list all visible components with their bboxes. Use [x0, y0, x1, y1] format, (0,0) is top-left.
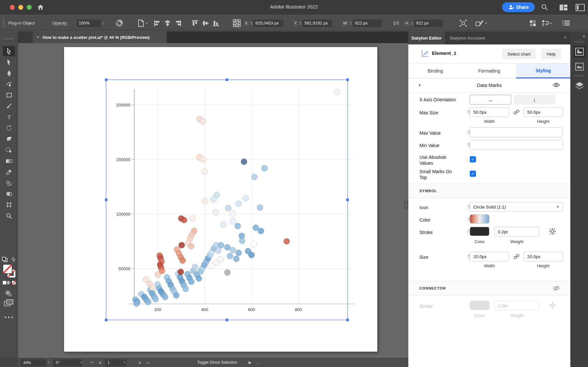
- icon-dropdown[interactable]: Circle Solid (1:1) ▼: [470, 202, 563, 212]
- x-label[interactable]: X:: [245, 21, 249, 26]
- eraser-tool-icon[interactable]: [3, 134, 15, 144]
- h-label[interactable]: H:: [405, 21, 409, 26]
- orientation-vertical-button[interactable]: ↕: [514, 95, 555, 105]
- workspace-grid-icon[interactable]: [529, 15, 536, 31]
- x-stepper[interactable]: ▴▾: [251, 21, 252, 25]
- pen-tool-icon[interactable]: [3, 68, 15, 78]
- max-value-field[interactable]: [470, 127, 563, 137]
- shape-properties-icon[interactable]: ▾: [475, 15, 487, 31]
- h-value-field[interactable]: 922 px: [414, 19, 444, 27]
- document-setup-icon[interactable]: ▾: [137, 15, 148, 31]
- search-icon[interactable]: [541, 3, 548, 12]
- stroke-color-swatch[interactable]: [470, 227, 489, 236]
- link-icon[interactable]: [514, 254, 519, 261]
- shaper-tool-icon[interactable]: [3, 145, 15, 155]
- rotation-dropdown-icon[interactable]: ▾: [81, 361, 82, 364]
- zoom-level-field[interactable]: 44%: [21, 359, 46, 366]
- direct-selection-tool-icon[interactable]: [3, 57, 15, 67]
- gradient-tool-icon[interactable]: [3, 156, 15, 166]
- align-bottom-icon[interactable]: [212, 15, 220, 31]
- swap-fill-stroke-icon[interactable]: [11, 257, 16, 263]
- more-tools-icon[interactable]: [4, 314, 14, 320]
- visibility-eye-icon[interactable]: [553, 82, 560, 89]
- stroke-weight-field[interactable]: 0.2pt: [494, 227, 539, 237]
- align-left-icon[interactable]: [154, 15, 161, 31]
- x-value-field[interactable]: 625,0453 px: [253, 19, 284, 27]
- y-value-field[interactable]: 581,9191 px: [302, 19, 333, 27]
- toolbar-grip[interactable]: [4, 38, 14, 40]
- snap-options-icon[interactable]: ▾: [542, 15, 552, 31]
- small-marks-checkbox[interactable]: ✓: [470, 171, 476, 177]
- dock-libraries-icon[interactable]: [573, 46, 586, 58]
- close-tab-icon[interactable]: ×: [37, 35, 39, 40]
- size-height-field[interactable]: 20.0px: [524, 252, 563, 261]
- tab-binding[interactable]: Binding: [408, 63, 462, 78]
- screen-mode-icon[interactable]: [4, 299, 14, 309]
- tab-formatting[interactable]: Formatting: [462, 63, 516, 78]
- controlbar-grip[interactable]: [3, 19, 5, 27]
- link-icon[interactable]: [514, 109, 519, 116]
- connector-stroke-swatch[interactable]: [470, 301, 489, 310]
- align-center-icon[interactable]: [164, 15, 171, 31]
- color-wheel-icon[interactable]: [115, 15, 123, 31]
- workspace-icon[interactable]: [559, 4, 568, 12]
- page-number-field[interactable]: 1: [105, 359, 126, 366]
- use-absolute-checkbox[interactable]: ✓: [470, 156, 476, 162]
- tab-datylon-editor[interactable]: Datylon Editor: [408, 31, 445, 44]
- transform-icon[interactable]: [459, 15, 467, 31]
- canvas-area[interactable]: 50000100000150000200000200400600800 ›: [18, 43, 408, 358]
- orientation-horizontal-button[interactable]: ↔: [470, 95, 511, 105]
- color-type-buttons[interactable]: [3, 280, 16, 287]
- y-stepper[interactable]: ▴▾: [300, 21, 301, 25]
- shape-builder-tool-icon[interactable]: [3, 189, 15, 199]
- zoom-dropdown-icon[interactable]: ▾: [48, 361, 49, 364]
- help-button[interactable]: Help: [541, 49, 561, 59]
- page-dropdown-icon[interactable]: ▾: [124, 361, 125, 364]
- status-chevron-icon[interactable]: ‹: [257, 360, 259, 366]
- select-chart-button[interactable]: Select chart: [502, 49, 536, 59]
- status-play-icon[interactable]: ▶: [249, 360, 252, 365]
- h-stepper[interactable]: ▴▾: [411, 21, 413, 25]
- share-button[interactable]: Share: [502, 2, 535, 12]
- dock-collapse-icon[interactable]: «: [583, 34, 585, 39]
- size-width-field[interactable]: 20.0px: [470, 252, 509, 261]
- visibility-off-icon[interactable]: [553, 285, 560, 292]
- panel-layout-icon[interactable]: [576, 4, 585, 12]
- panel-collapse-chevron[interactable]: ›: [404, 201, 408, 209]
- menu-list-icon[interactable]: [563, 15, 570, 31]
- draw-mode-icon[interactable]: [5, 290, 13, 299]
- opacity-value-field[interactable]: 100%: [76, 19, 102, 27]
- align-right-icon[interactable]: [174, 15, 182, 31]
- artboard-tool-icon[interactable]: [3, 200, 15, 210]
- blend-tool-icon[interactable]: [3, 178, 15, 188]
- first-page-icon[interactable]: ⏮: [90, 360, 94, 365]
- opacity-label[interactable]: Opacity:: [52, 21, 68, 26]
- max-size-height-field[interactable]: 50.0px: [524, 107, 563, 117]
- connector-weight-field[interactable]: 1.0pt: [494, 301, 539, 310]
- w-value-field[interactable]: 922 px: [352, 19, 382, 27]
- tab-styling[interactable]: Styling: [516, 63, 570, 78]
- mini-fill-stroke-icon[interactable]: [2, 257, 9, 264]
- panel-more-icon[interactable]: »: [564, 35, 566, 40]
- rotate-tool-icon[interactable]: [3, 123, 15, 133]
- align-vcenter-icon[interactable]: [202, 15, 209, 31]
- tab-datylon-account[interactable]: Datylon Account: [445, 31, 490, 44]
- scatter-chart[interactable]: 50000100000150000200000200400600800: [18, 43, 408, 358]
- w-stepper[interactable]: ▴▾: [350, 21, 351, 25]
- symbol-section-header[interactable]: SYMBOL: [408, 184, 570, 198]
- rotation-field[interactable]: 0°: [53, 359, 82, 366]
- align-top-icon[interactable]: [191, 15, 199, 31]
- w-label[interactable]: W:: [343, 21, 348, 26]
- min-value-field[interactable]: [470, 140, 563, 150]
- connector-section-header[interactable]: CONNECTOR: [408, 281, 570, 295]
- dock-layers-icon[interactable]: [573, 80, 586, 92]
- next-page-icon[interactable]: ▶: [139, 360, 142, 365]
- color-gradient-swatch[interactable]: [470, 214, 489, 224]
- paintbrush-tool-icon[interactable]: [3, 101, 15, 111]
- zoom-tool-icon[interactable]: [3, 211, 15, 221]
- connector-gear-icon[interactable]: [549, 302, 556, 310]
- max-size-width-field[interactable]: 50.0px: [470, 107, 509, 117]
- document-tab[interactable]: × How to make a scatter plot.ai* @ 44 % …: [33, 31, 167, 43]
- last-page-icon[interactable]: ⏭: [146, 360, 150, 365]
- eyedropper-tool-icon[interactable]: [3, 167, 15, 177]
